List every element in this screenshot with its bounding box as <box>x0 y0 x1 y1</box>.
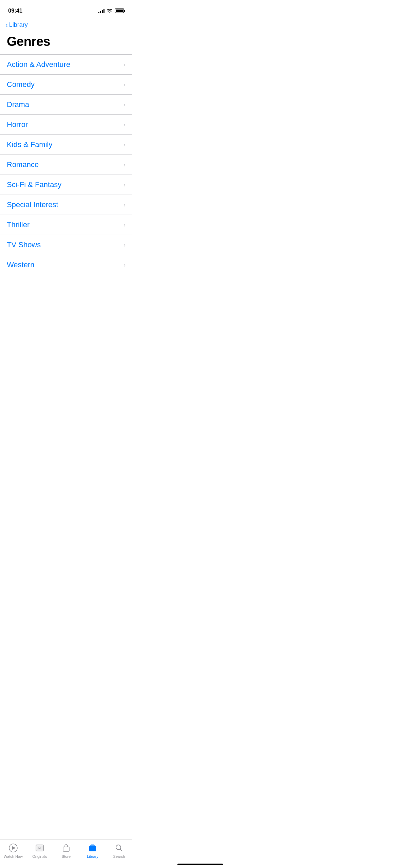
back-label: Library <box>9 21 28 29</box>
genre-item-kids-family[interactable]: Kids & Family› <box>0 135 132 155</box>
genre-chevron-comedy: › <box>123 81 126 88</box>
genre-chevron-western: › <box>123 261 126 269</box>
genre-chevron-sci-fi-fantasy: › <box>123 181 126 188</box>
genre-name-action-adventure: Action & Adventure <box>7 60 70 69</box>
page-title: Genres <box>0 32 132 54</box>
genre-name-thriller: Thriller <box>7 220 30 229</box>
genre-chevron-action-adventure: › <box>123 61 126 68</box>
genre-name-western: Western <box>7 260 35 269</box>
genre-chevron-romance: › <box>123 161 126 168</box>
genre-chevron-thriller: › <box>123 221 126 229</box>
genre-name-sci-fi-fantasy: Sci-Fi & Fantasy <box>7 180 61 189</box>
genre-name-kids-family: Kids & Family <box>7 140 52 149</box>
genre-item-thriller[interactable]: Thriller› <box>0 215 132 235</box>
genre-chevron-special-interest: › <box>123 201 126 209</box>
genre-name-horror: Horror <box>7 120 28 129</box>
back-chevron-icon: ‹ <box>5 21 8 29</box>
genre-list: Action & Adventure›Comedy›Drama›Horror›K… <box>0 54 132 275</box>
status-time: 09:41 <box>8 7 22 14</box>
genre-item-tv-shows[interactable]: TV Shows› <box>0 235 132 255</box>
genre-chevron-kids-family: › <box>123 141 126 148</box>
genre-name-drama: Drama <box>7 100 29 109</box>
genre-chevron-tv-shows: › <box>123 241 126 249</box>
genre-chevron-drama: › <box>123 101 126 108</box>
genre-item-romance[interactable]: Romance› <box>0 155 132 175</box>
battery-icon <box>115 8 124 13</box>
genre-item-comedy[interactable]: Comedy› <box>0 75 132 95</box>
signal-icon <box>98 8 104 13</box>
genre-name-comedy: Comedy <box>7 80 35 89</box>
genre-name-romance: Romance <box>7 160 39 169</box>
genre-item-special-interest[interactable]: Special Interest› <box>0 195 132 215</box>
wifi-icon <box>107 9 113 13</box>
status-icons <box>98 8 124 13</box>
genre-name-special-interest: Special Interest <box>7 200 58 209</box>
genre-chevron-horror: › <box>123 121 126 128</box>
back-navigation[interactable]: ‹ Library <box>0 17 132 32</box>
genre-item-action-adventure[interactable]: Action & Adventure› <box>0 55 132 75</box>
genre-item-horror[interactable]: Horror› <box>0 115 132 135</box>
genre-item-drama[interactable]: Drama› <box>0 95 132 115</box>
genre-name-tv-shows: TV Shows <box>7 240 41 249</box>
genre-item-western[interactable]: Western› <box>0 255 132 275</box>
genre-item-sci-fi-fantasy[interactable]: Sci-Fi & Fantasy› <box>0 175 132 195</box>
status-bar: 09:41 <box>0 0 132 17</box>
